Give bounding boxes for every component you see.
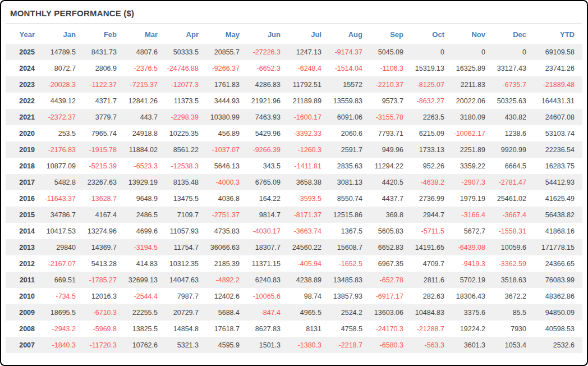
value-cell: 0 bbox=[493, 44, 534, 60]
value-cell: 14369.7 bbox=[84, 239, 125, 255]
value-cell: 14047.63 bbox=[166, 272, 206, 288]
value-cell: 3672.2 bbox=[493, 288, 534, 304]
table-row: 2012-2167.075413.28414.8310312.352185.39… bbox=[6, 255, 582, 272]
value-cell: 23267.63 bbox=[84, 174, 125, 190]
value-cell: -563.3 bbox=[411, 337, 452, 353]
column-header-ytd: YTD bbox=[534, 25, 582, 44]
value-cell: -3194.5 bbox=[125, 239, 166, 255]
value-cell: -3362.59 bbox=[493, 255, 534, 272]
value-cell: 8561.22 bbox=[166, 141, 206, 158]
value-cell: 3779.7 bbox=[84, 109, 125, 125]
value-cell: 1501.3 bbox=[247, 337, 288, 353]
value-cell: 21189.89 bbox=[288, 93, 329, 109]
value-cell: 23741.26 bbox=[534, 60, 582, 76]
value-cell: -3667.4 bbox=[493, 207, 534, 223]
value-cell: -3663.74 bbox=[288, 223, 329, 239]
value-cell: 41625.49 bbox=[534, 190, 582, 207]
value-cell: -6580.3 bbox=[370, 337, 411, 353]
column-header-year: Year bbox=[6, 25, 43, 44]
value-cell: 343.5 bbox=[247, 158, 288, 174]
value-cell: 19224.2 bbox=[452, 321, 493, 337]
value-cell: -6735.7 bbox=[493, 76, 534, 93]
value-cell: 53103.74 bbox=[534, 125, 582, 141]
value-cell: 32699.13 bbox=[125, 272, 166, 288]
value-cell: 10059.6 bbox=[493, 239, 534, 255]
value-cell: 54412.93 bbox=[534, 174, 582, 190]
value-cell: -10062.17 bbox=[452, 125, 493, 141]
value-cell: 4238.89 bbox=[288, 272, 329, 288]
value-cell: 3518.63 bbox=[493, 272, 534, 288]
value-cell: 5646.13 bbox=[206, 158, 247, 174]
table-row: 2023-20028.3-1122.37-7215.37-12077.31761… bbox=[6, 76, 582, 93]
value-cell: 8072.7 bbox=[43, 60, 84, 76]
value-cell: -5969.8 bbox=[84, 321, 125, 337]
value-cell: 15572 bbox=[329, 76, 370, 93]
value-cell: 25461.02 bbox=[493, 190, 534, 207]
table-row: 2007-1840.3-11720.310762.65321.34595.915… bbox=[6, 337, 582, 353]
value-cell: 10417.53 bbox=[43, 223, 84, 239]
value-cell: -11643.37 bbox=[43, 190, 84, 207]
value-cell: 20022.06 bbox=[452, 93, 493, 109]
value-cell: 2263.5 bbox=[411, 109, 452, 125]
value-cell: 12016.3 bbox=[84, 288, 125, 304]
value-cell: 11754.7 bbox=[166, 239, 206, 255]
value-cell: -27226.3 bbox=[247, 44, 288, 60]
year-cell: 2020 bbox=[6, 125, 43, 141]
value-cell: 253.5 bbox=[43, 125, 84, 141]
value-cell: 94850.09 bbox=[534, 304, 582, 321]
table-row: 2010-734.512016.3-2544.47987.712402.6-10… bbox=[6, 288, 582, 304]
value-cell: 16325.89 bbox=[452, 60, 493, 76]
value-cell: -4638.2 bbox=[411, 174, 452, 190]
value-cell: 3180.09 bbox=[452, 109, 493, 125]
value-cell: 164.22 bbox=[247, 190, 288, 207]
value-cell: 9920.99 bbox=[493, 141, 534, 158]
value-cell: -21889.48 bbox=[534, 76, 582, 93]
value-cell: -9266.39 bbox=[247, 141, 288, 158]
value-cell: 6091.06 bbox=[329, 109, 370, 125]
value-cell: 20855.7 bbox=[206, 44, 247, 60]
title-divider bbox=[6, 23, 582, 24]
value-cell: 4420.5 bbox=[370, 174, 411, 190]
value-cell: -1037.07 bbox=[206, 141, 247, 158]
value-cell: 18307.7 bbox=[247, 239, 288, 255]
year-cell: 2021 bbox=[6, 109, 43, 125]
value-cell: 4699.6 bbox=[125, 223, 166, 239]
column-header-nov: Nov bbox=[452, 25, 493, 44]
value-cell: 76083.99 bbox=[534, 272, 582, 288]
value-cell: 33127.43 bbox=[493, 60, 534, 76]
value-cell: 11371.15 bbox=[247, 255, 288, 272]
year-cell: 2019 bbox=[6, 141, 43, 158]
value-cell: 18306.43 bbox=[452, 288, 493, 304]
value-cell: 41868.16 bbox=[534, 223, 582, 239]
value-cell: 4437.7 bbox=[370, 190, 411, 207]
value-cell: 4167.4 bbox=[84, 207, 125, 223]
value-cell: -1558.31 bbox=[493, 223, 534, 239]
value-cell: -3392.33 bbox=[288, 125, 329, 141]
value-cell: -8171.37 bbox=[288, 207, 329, 223]
value-cell: 10225.35 bbox=[166, 125, 206, 141]
value-cell: 24918.8 bbox=[125, 125, 166, 141]
value-cell: -2751.37 bbox=[206, 207, 247, 223]
value-cell: -9174.37 bbox=[329, 44, 370, 60]
column-header-dec: Dec bbox=[493, 25, 534, 44]
value-cell: -12538.3 bbox=[166, 158, 206, 174]
value-cell: 2944.7 bbox=[411, 207, 452, 223]
year-cell: 2013 bbox=[6, 239, 43, 255]
column-header-mar: Mar bbox=[125, 25, 166, 44]
value-cell: 9648.9 bbox=[125, 190, 166, 207]
value-cell: 24366.65 bbox=[534, 255, 582, 272]
year-cell: 2017 bbox=[6, 174, 43, 190]
value-cell: 24560.22 bbox=[288, 239, 329, 255]
value-cell: 164431.31 bbox=[534, 93, 582, 109]
value-cell: 7793.71 bbox=[370, 125, 411, 141]
column-header-jun: Jun bbox=[247, 25, 288, 44]
value-cell: -652.78 bbox=[370, 272, 411, 288]
value-cell: -3593.5 bbox=[288, 190, 329, 207]
value-cell: 50325.63 bbox=[493, 93, 534, 109]
value-cell: 282.63 bbox=[411, 288, 452, 304]
value-cell: -6439.08 bbox=[452, 239, 493, 255]
value-cell: 369.8 bbox=[370, 207, 411, 223]
year-cell: 2010 bbox=[6, 288, 43, 304]
value-cell: 10380.99 bbox=[206, 109, 247, 125]
year-cell: 2018 bbox=[6, 158, 43, 174]
